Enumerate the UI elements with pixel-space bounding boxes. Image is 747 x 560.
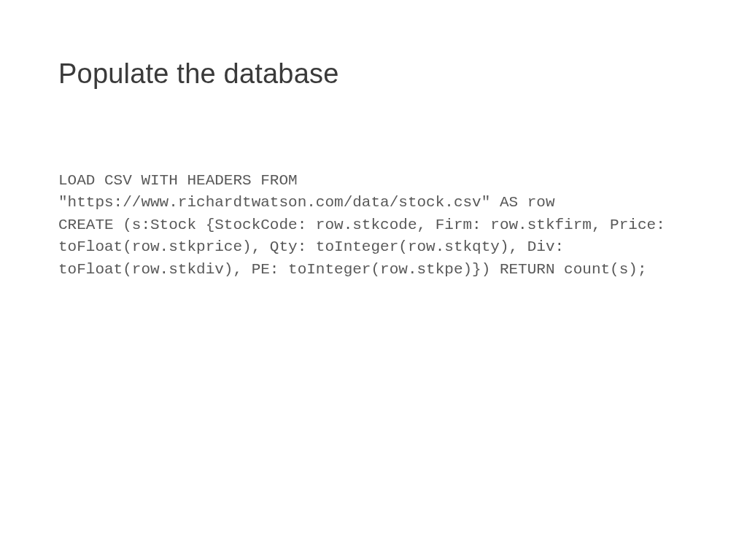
slide-title: Populate the database: [58, 58, 689, 90]
code-block: LOAD CSV WITH HEADERS FROM "https://www.…: [58, 170, 689, 281]
slide-container: Populate the database LOAD CSV WITH HEAD…: [0, 0, 747, 560]
